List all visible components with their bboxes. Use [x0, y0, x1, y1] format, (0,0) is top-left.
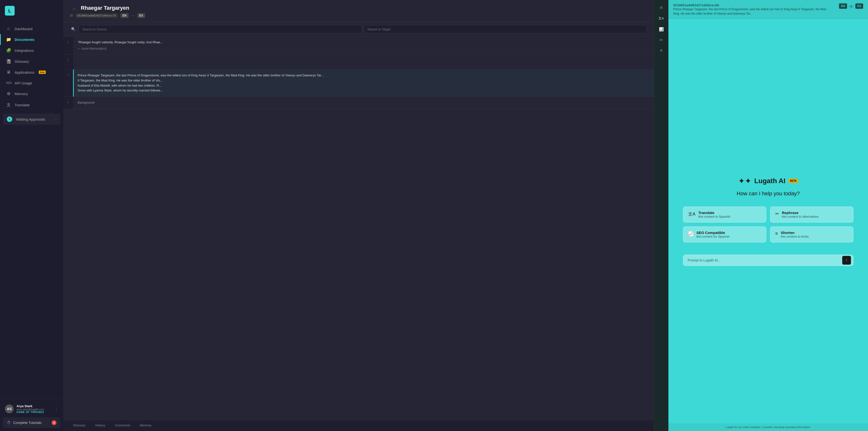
ai-logo-text: Lugath AI BETA — [754, 177, 798, 185]
ai-sug-subtitle: this content to limits. — [781, 235, 848, 238]
close-ai-panel-button[interactable]: ✕ — [656, 3, 666, 13]
segment-content[interactable]: Prince Rhaegar Targaryen, the last Princ… — [73, 70, 654, 97]
segment-number: 2 — [63, 55, 73, 69]
ai-help-question: How can I help you today? — [737, 191, 800, 197]
scissors-ai-icon-button[interactable]: ✂ — [656, 35, 666, 45]
chevron-right-icon: › — [55, 117, 57, 121]
search-target-input[interactable] — [364, 25, 647, 33]
seo-suggestion-icon: 📈 — [688, 231, 693, 236]
ai-panel-content-desc: Prince Rhaegar Targaryen, the last Princ… — [673, 7, 829, 16]
sidebar-item-label: Dashboard — [14, 27, 32, 31]
segment-content[interactable] — [73, 55, 654, 69]
segment-number: 4 — [63, 97, 73, 109]
table-row: 1 "Rhaegar fought valiantly, Rhaegar fou… — [63, 36, 654, 55]
sidebar-item-label: Glossary — [14, 59, 29, 64]
shorten-suggestion-icon: ≡ — [775, 231, 778, 236]
sidebar-item-applications[interactable]: 🖥 Applications true — [0, 67, 63, 77]
sidebar-item-label: Applications — [14, 70, 34, 74]
user-info: AS Arya Stark arya.stark@lugath.com GAME… — [3, 402, 60, 416]
tab-glossary[interactable]: Glossary — [68, 420, 90, 431]
doc-id-value: 6520051e8d634271d4dcec75 — [75, 13, 118, 18]
segment-content[interactable]: "Rhaegar fought valiantly, Rhaegar fough… — [73, 36, 654, 55]
sidebar-item-documents[interactable]: 📁 Documents — [0, 34, 63, 45]
ai-logo-row: ✦✦ Lugath AI BETA — [738, 176, 798, 186]
waiting-approvals-badge: 1 — [7, 117, 12, 122]
rephrase-suggestion-icon: ✂ — [775, 211, 779, 217]
segment-content[interactable]: Background — [73, 97, 654, 109]
doc-bottom-tabs: Glossary History Comments Memory — [63, 420, 654, 431]
segment-author: — Jorah Mormont[src] — [78, 46, 650, 51]
search-source-input[interactable] — [79, 25, 362, 33]
ai-suggestion-rephrase[interactable]: ✂ Rephrase this content to alternatives — [770, 206, 854, 223]
tab-comments[interactable]: Comments — [110, 420, 135, 431]
doc-header: ← Rhaegar Targaryen ID 6520051e8d634271d… — [63, 0, 654, 22]
nav-items: ⌂ Dashboard 📁 Documents 🧩 Integrations 📓… — [0, 22, 63, 399]
table-row: 3 Prince Rhaegar Targaryen, the last Pri… — [63, 70, 654, 97]
sidebar-bottom: AS Arya Stark arya.stark@lugath.com GAME… — [0, 399, 63, 431]
user-details: Arya Stark arya.stark@lugath.com GAME OF… — [17, 404, 52, 413]
integrations-icon: 🧩 — [6, 48, 11, 53]
ai-sug-text: Rephrase this content to alternatives — [782, 211, 848, 219]
ai-target-lang-badge: ES — [855, 3, 863, 9]
tab-history[interactable]: History — [90, 420, 110, 431]
tutorials-count: 3 — [52, 420, 57, 425]
ai-sug-title: Rephrase — [782, 211, 848, 215]
app-logo-icon[interactable]: L — [5, 6, 14, 15]
dashboard-icon: ⌂ — [6, 26, 11, 31]
doc-meta: ID 6520051e8d634271d4dcec75 EN → ES — [70, 13, 647, 18]
ai-beta-badge: BETA — [788, 179, 798, 183]
ai-sug-title: Translate — [699, 211, 761, 215]
sidebar-item-integrations[interactable]: 🧩 Integrations — [0, 45, 63, 56]
sidebar-item-label: Translate — [14, 103, 30, 107]
sidebar-item-label: API Usage — [14, 81, 32, 85]
search-bar-row: 🔍 — [63, 22, 654, 36]
ai-panel-content-id: 6520051e8d634271d4dcec80 — [673, 3, 863, 7]
segment-text: Background — [78, 100, 650, 105]
doc-title: Rhaegar Targaryen — [81, 5, 129, 11]
sidebar-item-api-usage[interactable]: </> API Usage — [0, 77, 63, 88]
glossary-icon: 📓 — [6, 59, 11, 64]
sidebar-item-glossary[interactable]: 📓 Glossary — [0, 56, 63, 67]
sidebar-item-dashboard[interactable]: ⌂ Dashboard — [0, 23, 63, 34]
sidebar-item-label: Memory — [14, 92, 28, 96]
ai-sug-title: Shorten — [781, 231, 848, 235]
user-org: GAME OF THRONES — [17, 411, 52, 413]
ai-input-wrapper: ↑ — [683, 255, 854, 266]
ai-panel-header: 6520051e8d634271d4dcec80 Prince Rhaegar … — [669, 0, 868, 19]
segment-number: 1 — [63, 36, 73, 55]
ai-sug-subtitle: this content to Spanish — [699, 215, 761, 219]
sidebar-item-label: Documents — [14, 37, 35, 42]
ai-send-button[interactable]: ↑ — [842, 256, 851, 265]
ai-suggestion-translate[interactable]: 文A Translate this content to Spanish — [683, 206, 766, 223]
segment-text: Prince Rhaegar Targaryen, the last Princ… — [78, 73, 650, 93]
beta-badge: true — [39, 70, 46, 74]
tab-memory[interactable]: Memory — [135, 420, 156, 431]
user-name: Arya Stark — [17, 404, 52, 408]
tutorials-icon: ⏱ — [7, 421, 11, 425]
ai-suggestion-shorten[interactable]: ≡ Shorten this content to limits. — [770, 227, 854, 242]
memory-icon: ⚙ — [6, 91, 11, 96]
analytics-ai-icon-button[interactable]: 📊 — [656, 24, 666, 34]
table-row: 4 Background — [63, 97, 654, 109]
sidebar-item-waiting-approvals[interactable]: 1 Waiting Approvals › — [3, 113, 60, 125]
ai-sug-text: Shorten this content to limits. — [781, 231, 848, 238]
ai-icon-sidebar: ✕ 文A 📊 ✂ ≡ — [654, 0, 669, 431]
ai-sug-title: SEO Compatible — [696, 231, 761, 235]
translate-ai-icon-button[interactable]: 文A — [656, 13, 666, 23]
table-row: 2 — [63, 55, 654, 70]
sidebar-item-translate[interactable]: 文 Translate — [0, 99, 63, 111]
sidebar-item-memory[interactable]: ⚙ Memory — [0, 88, 63, 99]
segment-text: "Rhaegar fought valiantly, Rhaegar fough… — [78, 40, 650, 45]
user-more-button[interactable]: ⋮ — [55, 407, 58, 411]
lines-ai-icon-button[interactable]: ≡ — [656, 46, 666, 56]
sidebar-logo: L — [0, 0, 63, 22]
back-button[interactable]: ← — [70, 6, 79, 13]
ai-prompt-input[interactable] — [683, 255, 854, 266]
api-usage-icon: </> — [6, 80, 11, 86]
waiting-approvals-label: Waiting Approvals — [16, 117, 45, 121]
ai-suggestion-seo[interactable]: 📈 SEO Compatible this content for Spanis… — [683, 227, 766, 242]
ai-source-lang-badge: EN — [839, 3, 847, 9]
ai-sug-text: Translate this content to Spanish — [699, 211, 761, 219]
tutorials-bar[interactable]: ⏱ Complete Tutorials 3 — [3, 418, 60, 428]
ai-sug-subtitle: this content to alternatives — [782, 215, 848, 219]
